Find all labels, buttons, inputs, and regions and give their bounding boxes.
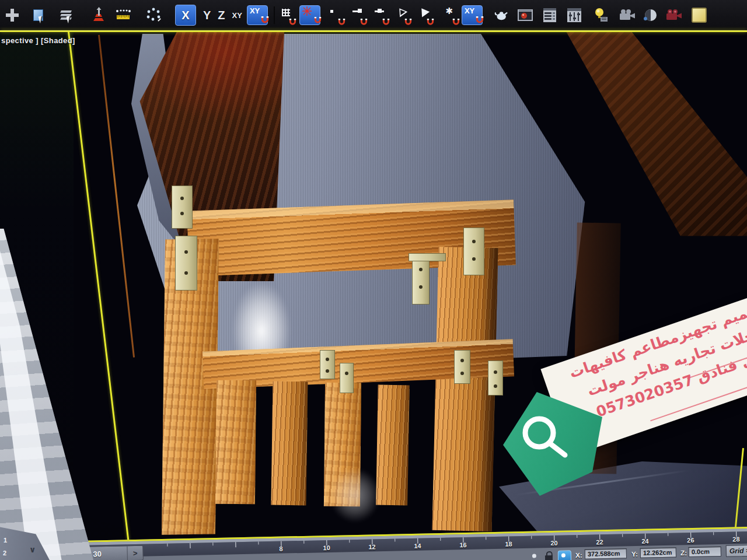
viewport-top-border [0,30,747,32]
selection-lock-icon[interactable] [545,551,553,560]
ruler-tick [668,533,668,536]
scene-metal-bracket [454,350,470,384]
chevron-down-icon[interactable]: ∨ [29,545,36,554]
ruler-tick-number: 20 [550,540,557,547]
perspective-viewport[interactable]: spective ] [Shaded] z x y [0,30,747,542]
select-by-name-icon[interactable] [57,4,75,26]
ruler-tick-number: 24 [641,538,648,545]
scene-metal-bracket [172,186,193,229]
grid-snap-icon[interactable] [277,4,295,26]
ruler-tick [349,540,350,542]
viewport-label[interactable]: spective ] [Shaded] [1,36,75,45]
scene-metal-bracket [175,236,197,290]
x-coordinate-field[interactable]: 372.588cm [585,548,627,559]
scene-light-bloom [320,457,390,533]
face-snap-icon[interactable] [393,4,410,26]
scene-metal-bracket [488,360,503,396]
magnet-icon [404,19,412,25]
toolbar-separator [274,6,275,24]
listener-line-number: 2 [3,550,6,556]
transform-gizmo-icon[interactable] [90,4,107,26]
axis-xy-label[interactable]: XY [232,11,242,20]
magnet-icon [427,19,434,25]
magnet-icon [476,16,484,23]
ruler-tick [258,541,259,544]
ruler-tick [167,544,167,547]
z-coordinate-field[interactable]: 0.0cm [689,547,721,557]
magnet-icon [360,19,368,25]
ruler-tick-number: 16 [459,541,466,548]
snap-xy2-toggle[interactable]: XY [462,5,483,25]
magnet-icon [382,19,390,25]
axis-x-button[interactable]: X [175,5,196,26]
scene-metal-bracket [412,257,430,304]
select-object-icon[interactable] [29,4,47,26]
ruler-tick [235,542,236,547]
material-square-icon[interactable] [690,4,708,26]
ruler-tick [395,539,395,542]
render-presets-icon[interactable] [566,4,583,26]
ruler-tick-number: 10 [323,544,330,551]
ruler-tick [531,536,532,539]
ruler-tick-number: 14 [414,542,421,550]
magnet-icon [261,16,269,23]
ruler-tick [713,532,714,535]
scene-wood-edge-line [98,35,135,358]
vertex-snap-icon[interactable] [326,4,344,26]
camera-icon[interactable] [618,4,636,26]
add-icon[interactable] [4,4,21,26]
ruler-tick [303,541,304,544]
screen: X Y Z XY XY ✱ XY [0,0,747,560]
x-coordinate-label: X: [575,551,582,559]
ruler-tick-number: 22 [596,538,603,545]
rendered-frame-icon[interactable] [516,4,534,26]
magnet-icon [338,19,345,25]
pivot-snap-icon[interactable] [299,5,320,25]
next-frame-button[interactable]: > [128,548,143,558]
y-coordinate-label: Y: [631,550,638,558]
ruler-tick [190,543,190,548]
viewport-left-border [68,32,131,542]
scene-slat [215,380,256,505]
ruler-tick [212,542,213,545]
ruler-tick [577,535,577,538]
y-coordinate-field[interactable]: 12.262cm [640,548,676,558]
snap-xy-toggle[interactable]: XY [247,5,268,25]
scene-metal-bracket [409,253,446,261]
angle-snap-dots-icon[interactable] [145,4,162,26]
light-lister-icon[interactable] [592,4,610,26]
frozen-snap-icon[interactable]: ✱ [441,4,458,26]
main-toolbar: X Y Z XY XY ✱ XY [0,0,747,30]
endpoint-snap-icon[interactable] [348,4,366,26]
z-coordinate-label: Z: [680,549,687,557]
ruler-tick-number: 8 [279,545,282,552]
listener-line-number: 1 [4,537,7,544]
absolute-mode-icon[interactable] [558,550,571,560]
magnet-icon [452,19,460,25]
scene-metal-bracket [320,350,335,379]
status-dot-icon[interactable] [532,554,536,558]
ruler-tick-number: 28 [732,536,739,542]
axis-z-label[interactable]: Z [218,9,225,22]
display-moon-icon[interactable] [641,4,659,26]
scene-metal-bracket [463,228,484,275]
render-teapot-icon[interactable] [492,4,509,26]
ruler-tick-number: 12 [368,543,375,550]
scene-slat [271,382,308,506]
grid-size-indicator: Grid = 10. [726,544,747,557]
ruler-tick-number: 18 [505,540,512,547]
measure-ruler-icon[interactable] [114,4,132,26]
magnet-icon [314,17,322,23]
ruler-tick-number: 26 [687,537,694,544]
surface-snap-icon[interactable] [415,4,432,26]
magnet-icon [289,19,296,25]
axis-y-label[interactable]: Y [203,9,211,22]
ruler-tick [622,534,623,537]
video-render-icon[interactable] [665,4,682,26]
ruler-tick [486,537,486,540]
scene-metal-bracket [340,363,354,393]
render-setup-icon[interactable] [541,4,558,26]
midpoint-snap-icon[interactable] [371,4,388,26]
ruler-tick [440,538,441,541]
